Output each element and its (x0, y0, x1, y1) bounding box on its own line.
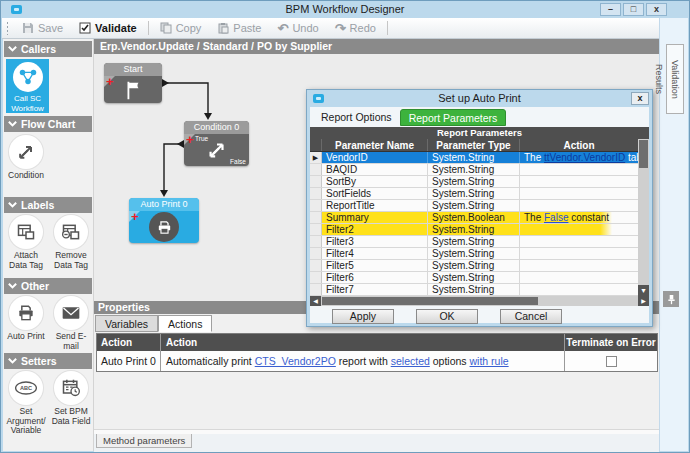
sidebar-item-call-sc-workflow[interactable]: Call SC Workflow (6, 59, 49, 113)
grid-row-filter2[interactable]: Filter2 System.String (310, 224, 638, 236)
node-condition-0[interactable]: Condition 0 + True False (184, 121, 249, 166)
ok-button[interactable]: OK (416, 309, 478, 324)
attach-data-tag-icon (9, 215, 43, 249)
scroll-down-icon[interactable]: ▼ (638, 285, 649, 296)
terminate-checkbox[interactable] (606, 356, 617, 367)
toolbar-grip[interactable] (6, 21, 9, 35)
column-header-action-name: Action Name (97, 334, 161, 351)
sidebar-item-attach-data-tag[interactable]: Attach Data Tag (5, 215, 47, 270)
remove-data-tag-icon (54, 215, 88, 249)
action-description-cell: Automatically print CTS_Vendor2PO report… (161, 351, 565, 371)
method-parameters-tab[interactable]: Method parameters (96, 434, 192, 448)
tab-report-options[interactable]: Report Options (313, 109, 400, 126)
scrollbar-thumb[interactable] (322, 297, 538, 305)
sidebar-item-remove-data-tag[interactable]: Remove Data Tag (50, 215, 92, 270)
field-value-link[interactable]: ttVendor.VendorID (544, 152, 625, 163)
section-header-other[interactable]: Other (4, 278, 92, 294)
paste-button[interactable]: Paste (209, 18, 269, 38)
undo-button[interactable]: ↶ Undo (269, 18, 326, 38)
with-rule-link[interactable]: with rule (470, 355, 509, 367)
selected-options-link[interactable]: selected (391, 355, 430, 367)
condition-icon (206, 139, 228, 161)
close-button[interactable]: x (646, 3, 667, 16)
grid-group-header: Report Parameters (310, 127, 649, 139)
bottom-tab-bar: Method parameters (94, 434, 659, 453)
section-header-flow-chart[interactable]: Flow Chart (4, 116, 92, 132)
grid-row-filter5[interactable]: Filter5 System.String (310, 260, 638, 272)
cancel-button[interactable]: Cancel (500, 309, 562, 324)
chevron-down-icon (7, 200, 18, 211)
undo-icon: ↶ (277, 22, 288, 35)
grid-row-reporttitle[interactable]: ReportTitle System.String (310, 200, 638, 212)
grid-row-baqid[interactable]: BAQID System.String (310, 164, 638, 176)
grid-row-filter4[interactable]: Filter4 System.String (310, 248, 638, 260)
redo-button[interactable]: ↷ Redo (327, 18, 384, 38)
report-link[interactable]: CTS_Vendor2PO (255, 355, 336, 367)
tab-actions[interactable]: Actions (158, 315, 212, 332)
sidebar-item-set-bpm-data-field[interactable]: Set BPM Data Field (50, 371, 92, 436)
sidebar-item-auto-print[interactable]: Auto Print (5, 296, 47, 351)
bpm-workflow-designer-window: BPM Workflow Designer – □ x Save Validat… (0, 0, 690, 453)
paste-icon (217, 22, 229, 34)
pin-icon[interactable] (663, 291, 679, 307)
set-up-auto-print-dialog: Set up Auto Print x Report Options Repor… (306, 89, 653, 327)
action-row[interactable]: Auto Print 0 Automatically print CTS_Ven… (97, 351, 657, 371)
validation-results-tab[interactable]: Validation Results (666, 44, 684, 114)
section-header-callers[interactable]: Callers (4, 41, 92, 57)
tab-variables[interactable]: Variables (95, 315, 158, 332)
grid-row-vendorid[interactable]: ▶ VendorID System.String The ttVendor.Ve… (310, 152, 638, 164)
grid-row-filter7[interactable]: Filter7 System.String (310, 284, 638, 296)
sidebar-item-condition[interactable]: Condition (5, 135, 47, 181)
copy-icon (160, 22, 172, 34)
breadcrumb: Erp.Vendor.Update / Standard / PO by Sup… (94, 39, 659, 54)
node-start[interactable]: Start + (104, 63, 162, 103)
add-connection-icon[interactable]: + (186, 132, 194, 147)
condition-icon (9, 135, 43, 169)
validate-check-icon (79, 22, 91, 34)
copy-button[interactable]: Copy (152, 18, 210, 38)
minimize-button[interactable]: – (600, 3, 621, 16)
false-branch-label[interactable]: False (230, 158, 246, 165)
dialog-close-button[interactable]: x (631, 92, 649, 105)
toolbar-separator (148, 21, 149, 35)
save-button[interactable]: Save (14, 18, 71, 38)
toolbar-separator (387, 21, 388, 35)
true-branch-label[interactable]: True (195, 135, 208, 142)
grid-row-summary[interactable]: Summary System.Boolean The False constan… (310, 212, 638, 224)
vertical-scrollbar[interactable]: ▼ (638, 139, 649, 296)
column-header-action: Action (161, 334, 565, 351)
sidebar-item-send-email[interactable]: Send E-mail (50, 296, 92, 351)
grid-row-filter6[interactable]: Filter6 System.String (310, 272, 638, 284)
grid-row-sortfields[interactable]: SortFields System.String (310, 188, 638, 200)
section-header-labels[interactable]: Labels (4, 197, 92, 213)
column-header-parameter-type: Parameter Type (428, 139, 520, 151)
apply-button[interactable]: Apply (332, 309, 394, 324)
parameters-grid: ▶ VendorID System.String The ttVendor.Ve… (310, 152, 638, 296)
grid-row-filter3[interactable]: Filter3 System.String (310, 236, 638, 248)
section-header-setters[interactable]: Setters (4, 353, 92, 369)
grid-row-sortby[interactable]: SortBy System.String (310, 176, 638, 188)
horizontal-scrollbar[interactable]: ◀ ▶ (310, 296, 649, 306)
save-icon (22, 22, 34, 34)
printer-icon (149, 212, 179, 242)
column-header-parameter-name: Parameter Name (322, 139, 428, 151)
main-toolbar: Save Validate Copy Paste ↶ Undo ↷ Redo (2, 18, 688, 39)
dialog-title-bar: Set up Auto Print x (307, 90, 652, 107)
row-marker-column (310, 139, 322, 151)
node-auto-print-0[interactable]: Auto Print 0 + (129, 198, 199, 243)
false-constant-link[interactable]: False (544, 212, 568, 223)
scrollbar-thumb[interactable] (639, 140, 648, 168)
validate-button[interactable]: Validate (71, 18, 145, 38)
row-marker: ▶ (310, 152, 322, 163)
chevron-down-icon (7, 281, 18, 292)
column-header-action: Action (520, 139, 638, 151)
add-connection-icon[interactable]: + (131, 209, 139, 224)
scroll-left-icon[interactable]: ◀ (310, 296, 321, 306)
tab-report-parameters[interactable]: Report Parameters (400, 109, 507, 126)
scroll-right-icon[interactable]: ▶ (638, 296, 649, 306)
add-connection-icon[interactable]: + (106, 74, 114, 89)
maximize-button[interactable]: □ (623, 3, 644, 16)
sidebar-item-set-argument-variable[interactable]: ABC Set Argument/ Variable (5, 371, 47, 436)
node-auto-print-label: Auto Print 0 (129, 198, 199, 211)
sc-workflow-icon (13, 62, 43, 92)
